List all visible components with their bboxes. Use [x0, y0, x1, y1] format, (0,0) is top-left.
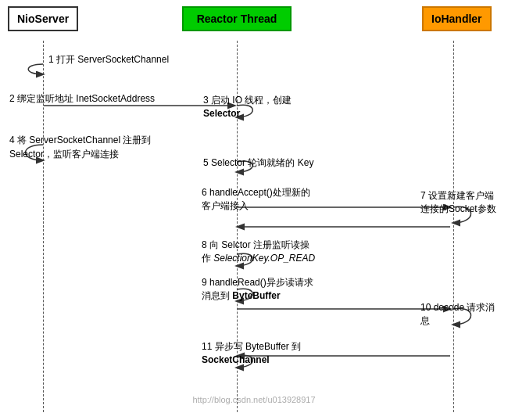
- msg3: 3 启动 IO 线程，创建Selector: [203, 94, 292, 120]
- msg2: 2 绑定监听地址 InetSocketAddress: [9, 92, 155, 106]
- actor-nioserver-label: NioServer: [17, 13, 69, 25]
- actor-iohandler-label: IoHandler: [431, 13, 482, 25]
- sequence-diagram: NioServer Reactor Thread IoHandler: [0, 0, 508, 420]
- actor-reactor: Reactor Thread: [182, 6, 292, 31]
- actor-nioserver: NioServer: [8, 6, 78, 31]
- msg9: 9 handleRead()异步读请求消息到 ByteBuffer: [202, 276, 313, 303]
- msg5: 5 Selector 轮询就绪的 Key: [203, 156, 313, 170]
- msg6: 6 handleAccept()处理新的客户端接入: [202, 186, 310, 213]
- actor-iohandler: IoHandler: [422, 6, 492, 31]
- msg7: 7 设置新建客户端连接的Socket参数: [420, 189, 496, 216]
- actor-reactor-label: Reactor Thread: [197, 13, 277, 25]
- msg1: 1 打开 ServerSocketChannel: [48, 53, 169, 66]
- msg10: 10 decode 请求消息: [420, 301, 495, 328]
- msg8: 8 向 Selctor 注册监听读操作 SelectionKey.OP_READ: [202, 239, 315, 265]
- msg4: 4 将 ServerSocketChannel 注册到Selector，监听客户…: [9, 133, 151, 161]
- msg11: 11 异步写 ByteBuffer 到SocketChannel: [202, 340, 301, 367]
- lifeline-iohandler: [453, 41, 454, 412]
- watermark: http://blog.csdn.net/u013928917: [192, 395, 315, 404]
